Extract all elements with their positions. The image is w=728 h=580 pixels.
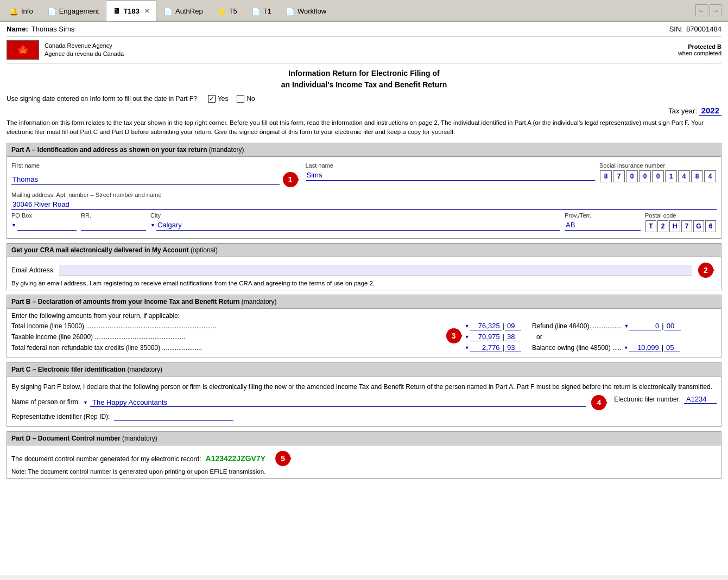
filer-number-value[interactable]: A1234 [684,395,717,404]
part-b-header: Part B – Declaration of amounts from you… [7,295,721,309]
tax-year-label: Tax year: [668,107,697,115]
part-email-title: Get your CRA mail electronically deliver… [11,246,191,254]
first-name-value[interactable]: Thomas [11,174,280,185]
rr-value[interactable] [81,220,146,231]
city-label: City [150,212,560,219]
part-email-header: Get your CRA mail electronically deliver… [7,243,721,257]
postal-group: Postal code T2H7G6 [645,212,717,233]
part-c-header: Part C – Electronic filer identification… [7,362,721,377]
sin-label-a: Social insurance number [599,162,717,169]
balance-label: Balance owing (line 48500) ..... [532,344,622,352]
part-email-optional: (optional) [191,246,218,254]
city-dropdown[interactable]: ▼ [150,222,155,228]
yes-checkbox[interactable]: ✓ Yes [208,95,229,103]
tax-credits-cents[interactable]: 93 [505,343,521,352]
email-row: Email Address: 2 [11,263,717,278]
po-box-dropdown[interactable]: ▼ [11,222,16,228]
city-row: PO Box ▼ RR. City ▼ Calgary Prov./Terr. [11,212,717,233]
tab-t5-label: T5 [229,7,237,15]
no-checkbox[interactable]: No [237,95,255,103]
yes-checkbox-box[interactable]: ✓ [208,95,216,103]
balance-cents[interactable]: 05 [664,343,680,352]
firm-name-group: Name of person or firm: ▼ The Happy Acco… [11,395,610,410]
refund-dollars[interactable]: 0 [629,322,661,330]
part-c-title: Part C – Electronic filer identification [11,366,127,373]
tab-t1[interactable]: 📄 T1 [244,1,278,21]
part-d-title: Part D – Document Control number [11,435,122,442]
tab-t183[interactable]: 🖥 T183 ✕ [106,1,156,21]
firm-value[interactable]: The Happy Accountants [90,398,586,407]
nav-back[interactable]: ← [695,4,707,16]
no-checkbox-box[interactable] [237,95,244,103]
t183-icon: 🖥 [113,7,121,15]
dcn-text: The document control number generated fo… [11,455,201,463]
tab-engagement[interactable]: 📄 Engagement [40,1,106,21]
t5-icon: ⭐ [217,7,226,16]
workflow-icon: 📄 [286,7,295,16]
tab-t183-close[interactable]: ✕ [144,8,149,15]
tax-credits-label: Total federal non-refundable tax credits… [11,344,465,352]
balance-dollars[interactable]: 10,099 [629,343,661,352]
taxable-income-dollars[interactable]: 70,975 [470,333,502,341]
nav-arrows: ← → [691,0,726,21]
prov-value[interactable]: AB [565,220,641,231]
postal-digit: 7 [681,220,692,232]
part-a-section: First name Thomas 1 Last name Sims Socia… [7,157,721,239]
tab-workflow[interactable]: 📄 Workflow [278,1,333,21]
tab-authrep-label: AuthRep [175,7,203,15]
sin-digit: 0 [639,170,651,182]
postal-boxes: T2H7G6 [645,220,717,233]
sin-group: Social insurance number 870001484 [599,162,717,189]
refund-cents[interactable]: 00 [664,322,681,330]
rr-group: RR. [81,212,146,233]
tab-info[interactable]: 🔔 Info [2,1,40,21]
taxable-income-label: Taxable income (line 26000) ............… [11,333,465,341]
email-value[interactable] [59,265,692,276]
address-value[interactable]: 30046 River Road [11,199,717,210]
postal-digit: 2 [657,220,668,232]
part-d-section: The document control number generated fo… [7,445,721,479]
last-name-group: Last name Sims [306,162,596,189]
title-line2: an Individual's Income Tax and Benefit R… [7,79,721,91]
balance-dropdown[interactable]: ▼ [624,345,629,350]
postal-digit: 6 [705,220,716,232]
form-title: Information Return for Electronic Filing… [7,68,721,91]
total-income-cents[interactable]: 09 [505,322,521,330]
protected-text: Protected B [678,43,721,50]
part-email-section: Email Address: 2 By giving an email addr… [7,257,721,290]
first-name-label: First name [11,162,301,169]
protected-label: Protected B when completed [678,43,721,56]
taxable-income-row: Taxable income (line 26000) ............… [11,333,717,341]
callout-1: 1 [283,172,298,187]
total-income-dropdown[interactable]: ▼ [465,323,470,329]
yes-label: Yes [218,95,229,103]
nav-forward[interactable]: → [710,4,721,16]
refund-label: Refund (line 48400).................. [532,322,622,330]
sin-digit: 4 [678,170,690,182]
sin-digit: 0 [626,170,638,182]
firm-dropdown[interactable]: ▼ [83,400,88,405]
part-c-text: By signing Part F below, I declare that … [11,382,717,392]
last-name-label: Last name [306,162,596,169]
last-name-value[interactable]: Sims [306,170,596,181]
refund-dropdown[interactable]: ▼ [624,323,629,329]
rr-label: RR. [81,212,146,219]
total-income-dollars[interactable]: 76,325 [470,322,502,330]
checkbox-group: ✓ Yes No [208,95,255,103]
instructions-text: The information on this form relates to … [7,118,721,137]
taxable-income-cents[interactable]: 38 [505,333,521,341]
address-label: Mailing address: Apt. number – Street nu… [11,192,717,198]
tab-t5[interactable]: ⭐ T5 [210,1,244,21]
tax-credits-dollars[interactable]: 2,776 [470,343,502,352]
rep-id-value[interactable] [114,412,233,421]
refund-group: Refund (line 48400).................. ▼ … [532,322,717,330]
tax-credits-dropdown[interactable]: ▼ [465,345,470,350]
po-box-value[interactable] [17,220,77,231]
sin-boxes: 870001484 [599,170,717,183]
sin-digit: 8 [691,170,703,182]
tab-authrep[interactable]: 📄 AuthRep [156,1,210,21]
part-b-section: Enter the following amounts from your re… [7,309,721,358]
city-value[interactable]: Calgary [156,220,560,231]
title-line1: Information Return for Electronic Filing… [7,68,721,79]
sin-digit: 1 [665,170,677,182]
